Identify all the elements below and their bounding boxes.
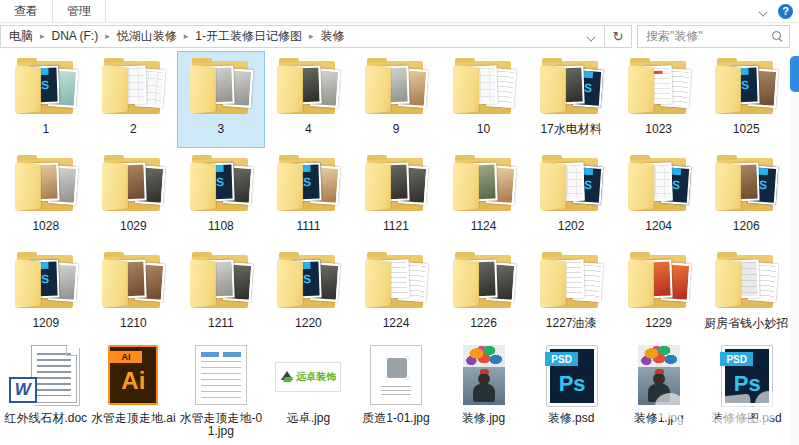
item-label: 9 [393,123,400,136]
folder-item[interactable]: 1211 [177,245,265,340]
minimize-ribbon-chevron-icon[interactable] [759,7,768,16]
file-icon: PSDPs [532,345,610,409]
folder-item[interactable]: S1209 [2,245,90,340]
folder-item[interactable]: S1108 [177,148,265,245]
folder-icon: S [707,153,785,217]
item-label: 1023 [645,123,672,136]
item-label: 1028 [32,220,59,233]
file-item[interactable]: 质造1-01.jpg [352,340,440,438]
file-icon [620,345,698,409]
search-input[interactable] [644,28,772,44]
item-label: 1226 [470,317,497,330]
breadcrumb-item[interactable]: 悦湖山装修 [115,28,179,45]
folder-item[interactable]: S1204 [615,148,703,245]
ribbon-tab[interactable]: 查看 [0,0,53,22]
vertical-scrollbar[interactable] [790,49,799,445]
folder-item[interactable]: 4 [265,51,353,148]
folder-icon: S [182,153,260,217]
file-icon: PSDPs [707,345,785,409]
file-item[interactable]: 水管走顶走地-01.jpg [177,340,265,438]
breadcrumb-separator-icon: ▸ [105,31,110,41]
item-label: 1121 [383,220,409,233]
folder-item[interactable]: 9 [352,51,440,148]
folder-item[interactable]: S1111 [265,148,353,245]
folder-item[interactable]: S1 [2,51,90,148]
item-label: 水管走顶走地.ai [91,412,176,425]
folder-item[interactable]: 2 [90,51,178,148]
file-grid: S1234910S17水电材料1023S102510281029S1108S11… [0,49,790,438]
breadcrumb-item[interactable]: 装修 [318,28,346,45]
folder-item[interactable]: S1202 [527,148,615,245]
item-label: 1111 [296,220,320,233]
folder-icon [7,153,85,217]
help-icon[interactable]: ? [778,4,793,19]
ribbon-tab[interactable]: 管理 [53,0,106,22]
search-box[interactable] [637,25,790,48]
item-label: 1224 [383,317,410,330]
item-label: 质造1-01.jpg [362,412,429,425]
item-label: 装修.jpg [462,412,505,425]
file-item[interactable]: 远卓装饰远卓.jpg [265,340,353,438]
folder-item[interactable]: S17水电材料 [527,51,615,148]
item-label: 1229 [645,317,672,330]
file-item[interactable]: PSDPs装修.psd [527,340,615,438]
folder-icon: S [269,153,347,217]
folder-item[interactable]: 1023 [615,51,703,148]
item-label: 1029 [120,220,147,233]
ribbon-tabs: 查看管理 [0,0,106,22]
folder-item[interactable]: 1121 [352,148,440,245]
image-thumbnail [195,345,247,405]
item-label: 1 [42,123,49,136]
file-icon: W [7,345,85,409]
folder-item[interactable]: 1210 [90,245,178,340]
file-item[interactable]: AIAi水管走顶走地.ai [90,340,178,438]
folder-item[interactable]: S1206 [702,148,790,245]
folder-icon [182,56,260,120]
ribbon-tab-bar: 查看管理 ? [0,0,799,23]
folder-icon [445,56,523,120]
folder-item[interactable]: 厨房省钱小妙招 [702,245,790,340]
folder-item[interactable]: 10 [440,51,528,148]
folder-item[interactable]: 1224 [352,245,440,340]
folder-item[interactable]: 1229 [615,245,703,340]
breadcrumb-item[interactable]: 1-开工装修日记修图 [193,28,304,45]
file-item[interactable]: W红外线石材.doc [2,340,90,438]
folder-item[interactable]: 1029 [90,148,178,245]
image-thumbnail [370,345,422,405]
file-icon [357,345,435,409]
folder-icon [707,250,785,314]
breadcrumb-item[interactable]: DNA (F:) [50,29,101,43]
file-item[interactable]: 装修1.jpg [615,340,703,438]
scrollbar-thumb[interactable] [790,56,799,92]
folder-item[interactable]: 1028 [2,148,90,245]
folder-icon [182,250,260,314]
folder-icon [357,153,435,217]
address-bar[interactable]: 电脑▸DNA (F:)▸悦湖山装修▸1-开工装修日记修图▸装修 ↻ [0,25,632,48]
folder-item[interactable]: S1220 [265,245,353,340]
address-dropdown-chevron-icon[interactable] [587,32,596,41]
file-item[interactable]: 装修.jpg [440,340,528,438]
image-thumbnail [638,345,680,405]
item-label: 厨房省钱小妙招 [704,317,788,330]
file-icon [445,345,523,409]
folder-item[interactable]: 3 [177,51,265,148]
folder-icon: S [7,250,85,314]
item-label: 1025 [733,123,760,136]
folder-item[interactable]: S1025 [702,51,790,148]
breadcrumb-separator-icon: ▸ [184,31,189,41]
folder-item[interactable]: 1124 [440,148,528,245]
breadcrumb-separator-icon: ▸ [309,31,314,41]
folder-icon: S [269,250,347,314]
item-label: 1211 [208,317,234,330]
folder-icon [357,56,435,120]
folder-item[interactable]: 1227油漆 [527,245,615,340]
folder-icon [620,250,698,314]
item-label: 1210 [120,317,147,330]
refresh-button[interactable]: ↻ [604,26,631,47]
folder-icon [532,250,610,314]
breadcrumb-item[interactable]: 电脑 [7,28,35,45]
image-thumbnail: 远卓装饰 [275,362,341,392]
file-item[interactable]: PSDPs装修修图.psd [702,340,790,438]
folder-item[interactable]: 1226 [440,245,528,340]
search-icon [772,31,783,42]
